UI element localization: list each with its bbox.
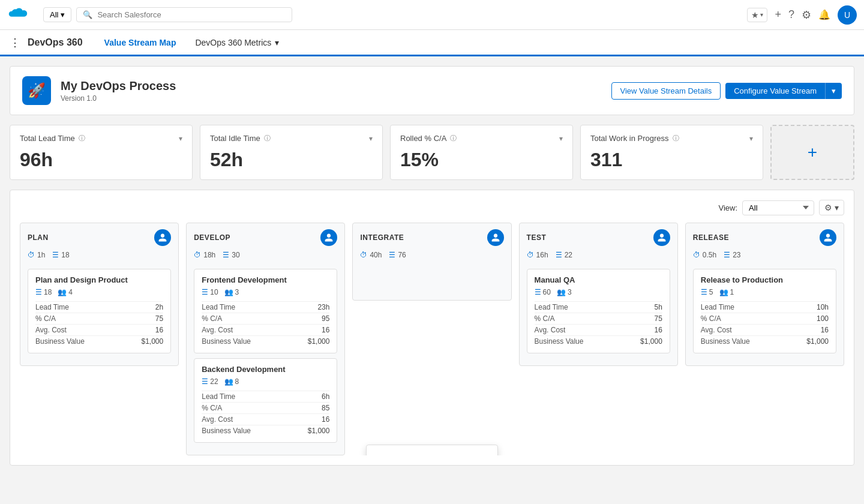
clock-icon: ⏱ (693, 251, 700, 259)
detail-row: Avg. Cost 16 (35, 324, 163, 335)
detail-row: Business Value $1,000 (202, 425, 329, 436)
help-button[interactable]: ? (788, 8, 794, 21)
configure-dropdown-button[interactable]: ▾ (825, 83, 842, 99)
work-item-stats: ☰ 60 👥 3 (535, 288, 662, 296)
work-item-title: Manual QA (535, 275, 662, 284)
chevron-down-icon[interactable]: ▾ (749, 134, 753, 143)
stat-count: ☰ 22 (556, 251, 572, 259)
work-item-title: Backend Development (202, 365, 329, 374)
stage-develop: DEVELOP ⏱ 18h ☰ 30 (186, 223, 345, 455)
list-icon: ☰ (52, 251, 59, 259)
chevron-down-icon[interactable]: ▾ (369, 134, 373, 143)
stage-body-develop: Frontend Development ☰ 10 👥 3 (187, 264, 344, 455)
chevron-down-icon: ▾ (61, 10, 65, 19)
stage-body-plan: Plan and Design Product ☰ 18 👥 4 (20, 264, 178, 365)
stage-header-test: TEST (520, 223, 677, 251)
view-select[interactable]: All (742, 200, 814, 215)
stage-plan: PLAN ⏱ 1h ☰ 18 (20, 223, 179, 455)
stage-avatar (653, 229, 670, 246)
stage-body-release: Release to Production ☰ 5 👥 1 (686, 264, 844, 365)
detail-row: Lead Time 2h (35, 301, 163, 313)
stage-header-plan: PLAN (20, 223, 178, 251)
search-input[interactable] (97, 10, 286, 19)
salesforce-logo (7, 4, 29, 26)
work-item-frontend: Frontend Development ☰ 10 👥 3 (194, 269, 337, 353)
work-item-title: Frontend Development (202, 275, 329, 284)
stage-body-test: Manual QA ☰ 60 👥 3 (520, 264, 677, 365)
stage-title: DEVELOP (194, 233, 230, 242)
info-icon[interactable]: ⓘ (264, 134, 271, 143)
work-item-title: Release to Production (701, 275, 829, 284)
stage-integrate: INTEGRATE ⏱ 40h ☰ 76 (352, 223, 511, 455)
info-icon[interactable]: ⓘ (673, 134, 679, 143)
stage-stats-test: ⏱ 16h ☰ 22 (520, 251, 677, 264)
detail-row: Lead Time 10h (701, 301, 829, 313)
metric-label: Total Work in Progress ⓘ (590, 134, 679, 143)
configure-button[interactable]: Configure Value Stream (725, 83, 825, 99)
info-icon[interactable]: ⓘ (450, 134, 457, 143)
metrics-tooltip: Metrics for Active Items Current # of Ac… (366, 445, 498, 455)
work-item-stats: ☰ 10 👥 3 (202, 288, 329, 296)
notifications-button[interactable]: 🔔 (818, 9, 830, 20)
all-dropdown[interactable]: All ▾ (43, 7, 71, 22)
search-box: 🔍 (76, 7, 292, 22)
stage-avatar (487, 229, 504, 246)
stage-release: RELEASE ⏱ 0.5h ☰ 23 (685, 223, 844, 455)
stat-count: ☰ 30 (223, 251, 239, 259)
stage-title: TEST (527, 233, 547, 242)
list-icon: ☰ (556, 251, 562, 259)
settings-button[interactable]: ⚙ ▾ (819, 200, 844, 215)
stat-count: ☰ 23 (724, 251, 740, 259)
clock-icon: ⏱ (194, 251, 201, 259)
list-icon: ☰ (35, 288, 42, 296)
search-icon: 🔍 (83, 10, 92, 19)
detail-row: Avg. Cost 16 (535, 324, 662, 335)
stage-header-release: RELEASE (686, 223, 844, 251)
work-item-manual-qa: Manual QA ☰ 60 👥 3 (527, 269, 670, 353)
stages-row: PLAN ⏱ 1h ☰ 18 (20, 223, 844, 455)
detail-row: % C/A 95 (202, 313, 329, 324)
info-icon[interactable]: ⓘ (79, 134, 85, 143)
add-metric-button[interactable]: + (770, 125, 854, 180)
list-icon: ☰ (724, 251, 730, 259)
metric-label: Total Idle Time ⓘ (210, 134, 271, 143)
avatar[interactable]: U (838, 5, 857, 25)
view-details-button[interactable]: View Value Stream Details (611, 82, 721, 100)
app-name: DevOps 360 (28, 37, 83, 48)
work-item-stats: ☰ 22 👥 8 (202, 377, 329, 386)
tab-label: DevOps 360 Metrics (195, 38, 271, 47)
header-card: 🚀 My DevOps Process Version 1.0 View Val… (10, 66, 854, 115)
stat-time: ⏱ 16h (527, 251, 548, 259)
stat-count: ☰ 76 (389, 251, 406, 259)
detail-row: Lead Time 5h (535, 301, 662, 313)
favorites-button[interactable]: ★ ▾ (747, 8, 767, 22)
configure-btn-group: Configure Value Stream ▾ (725, 83, 842, 99)
metric-value: 96h (20, 149, 182, 171)
top-nav: All ▾ 🔍 ★ ▾ + ? ⚙ 🔔 U (0, 0, 864, 30)
people-icon: 👥 (719, 288, 728, 296)
chevron-down-icon[interactable]: ▾ (559, 134, 563, 143)
page-subtitle: Version 1.0 (61, 94, 611, 103)
chevron-down-icon: ▾ (835, 203, 839, 212)
stage-stats-release: ⏱ 0.5h ☰ 23 (686, 251, 844, 264)
detail-row: Business Value $1,000 (35, 335, 163, 347)
metrics-row: Total Lead Time ⓘ ▾ 96h Total Idle Time … (10, 125, 854, 180)
tab-label: Value Stream Map (104, 38, 176, 47)
list-icon: ☰ (535, 288, 541, 296)
grid-icon[interactable]: ⋮ (10, 36, 20, 49)
detail-row: Avg. Cost 16 (701, 324, 829, 335)
chevron-down-icon: ▾ (760, 11, 763, 18)
metric-total-idle-time: Total Idle Time ⓘ ▾ 52h (200, 125, 383, 180)
settings-button[interactable]: ⚙ (802, 8, 811, 22)
all-label: All (50, 10, 58, 19)
stage-stats-plan: ⏱ 1h ☰ 18 (20, 251, 178, 264)
tab-devops-metrics[interactable]: DevOps 360 Metrics ▾ (185, 30, 289, 56)
tab-value-stream-map[interactable]: Value Stream Map (95, 30, 186, 56)
add-button[interactable]: + (775, 8, 781, 21)
clock-icon: ⏱ (28, 251, 35, 259)
chevron-down-icon[interactable]: ▾ (179, 134, 182, 143)
stage-header-develop: DEVELOP (187, 223, 344, 251)
work-item-release: Release to Production ☰ 5 👥 1 (693, 269, 836, 353)
detail-row: Business Value $1,000 (535, 335, 662, 347)
stat-count: ☰ 18 (52, 251, 69, 259)
